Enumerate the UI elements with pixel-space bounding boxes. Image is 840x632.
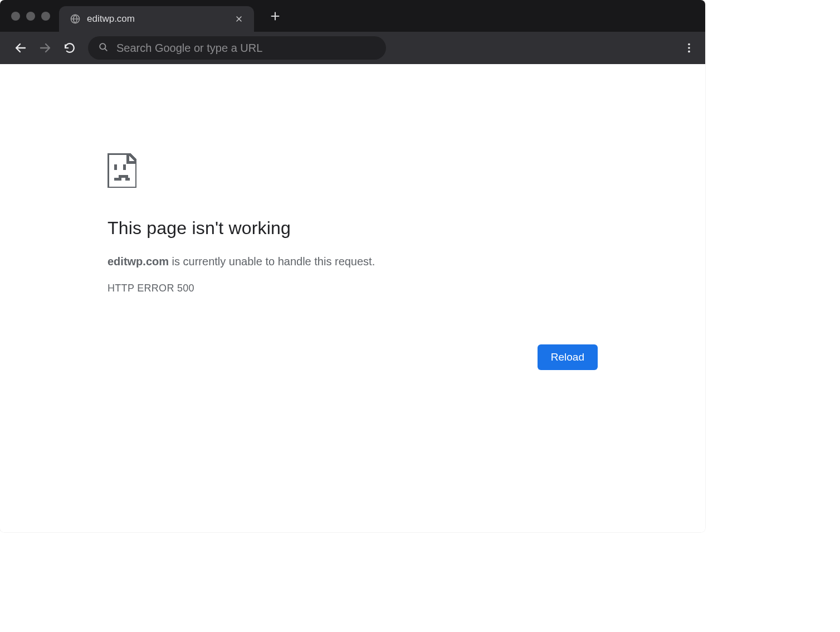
back-button[interactable]	[10, 37, 31, 59]
browser-window: editwp.com	[0, 0, 705, 532]
svg-rect-5	[114, 164, 117, 170]
tab-strip: editwp.com	[59, 0, 705, 32]
omnibox[interactable]	[88, 36, 386, 60]
globe-icon	[69, 13, 81, 25]
reload-toolbar-button[interactable]	[59, 37, 80, 59]
browser-menu-button[interactable]	[678, 37, 700, 59]
error-host: editwp.com	[108, 255, 169, 268]
error-actions: Reload	[108, 344, 598, 370]
page-viewport: This page isn't working editwp.com is cu…	[0, 64, 705, 532]
error-container: This page isn't working editwp.com is cu…	[108, 64, 598, 370]
error-description: editwp.com is currently unable to handle…	[108, 255, 598, 268]
search-icon	[98, 42, 109, 55]
browser-tab[interactable]: editwp.com	[59, 6, 254, 32]
toolbar	[0, 32, 705, 64]
close-tab-button[interactable]	[233, 13, 245, 25]
error-title: This page isn't working	[108, 218, 598, 239]
title-bar: editwp.com	[0, 0, 705, 32]
tab-title: editwp.com	[87, 13, 227, 25]
error-description-rest: is currently unable to handle this reque…	[169, 255, 375, 268]
window-minimize-button[interactable]	[26, 12, 35, 21]
new-tab-button[interactable]	[263, 4, 287, 28]
reload-button[interactable]: Reload	[538, 344, 598, 370]
traffic-lights	[0, 0, 59, 32]
svg-point-3	[688, 47, 690, 49]
window-close-button[interactable]	[11, 12, 20, 21]
error-code: HTTP ERROR 500	[108, 283, 598, 294]
window-zoom-button[interactable]	[41, 12, 50, 21]
svg-point-4	[688, 51, 690, 53]
forward-button[interactable]	[35, 37, 56, 59]
sad-page-icon	[108, 153, 136, 188]
svg-rect-6	[123, 164, 126, 170]
address-input[interactable]	[116, 42, 376, 55]
svg-point-2	[688, 43, 690, 46]
